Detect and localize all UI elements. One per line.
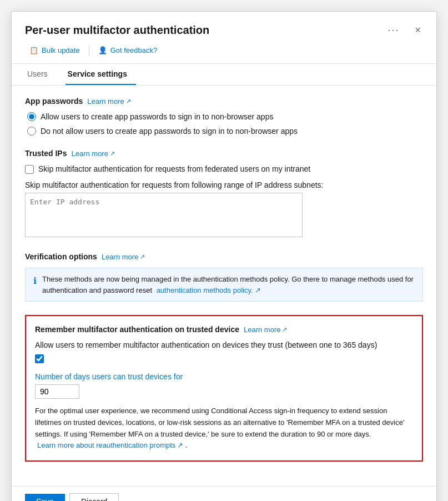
app-passwords-learn-more[interactable]: Learn more ↗ [87, 97, 130, 106]
remember-mfa-title: Remember multifactor authentication on t… [35, 325, 413, 334]
verification-options-learn-more[interactable]: Learn more ↗ [102, 253, 145, 261]
bulk-update-icon: 📋 [29, 46, 38, 54]
discard-button[interactable]: Discard [69, 493, 119, 501]
modal-footer: Save Discard [12, 486, 436, 501]
bulk-update-button[interactable]: 📋 Bulk update [25, 44, 84, 57]
auth-policy-ext-icon: ↗ [255, 285, 261, 296]
ip-address-input[interactable] [25, 193, 303, 237]
trusted-ips-section: Trusted IPs Learn more ↗ Skip multifacto… [25, 149, 423, 239]
close-button[interactable]: × [412, 23, 423, 37]
allow-remember-option[interactable] [35, 354, 413, 363]
allow-app-passwords-radio[interactable] [27, 112, 36, 121]
feedback-label: Got feedback? [110, 46, 158, 54]
auth-methods-policy-link[interactable]: authentication methods policy. ↗ [157, 285, 261, 296]
allow-app-passwords-option[interactable]: Allow users to create app passwords to s… [27, 112, 423, 121]
tabs: Users Service settings [12, 64, 436, 86]
remember-mfa-section: Remember multifactor authentication on t… [25, 315, 423, 462]
skip-federated-option[interactable]: Skip multifactor authentication for requ… [25, 164, 423, 174]
more-options-icon[interactable]: ··· [387, 24, 399, 36]
tab-service-settings[interactable]: Service settings [66, 64, 136, 85]
days-input[interactable] [35, 384, 79, 399]
app-passwords-title: App passwords Learn more ↗ [25, 97, 423, 106]
trusted-ips-learn-more[interactable]: Learn more ↗ [71, 149, 114, 158]
allow-remember-label: Allow users to remember multifactor auth… [35, 340, 413, 349]
app-passwords-options: Allow users to create app passwords to s… [27, 112, 423, 136]
feedback-icon: 👤 [98, 46, 107, 54]
skip-federated-checkbox[interactable] [25, 165, 34, 174]
verification-ext-icon: ↗ [140, 253, 145, 260]
deny-app-passwords-radio[interactable] [27, 127, 36, 136]
app-passwords-section: App passwords Learn more ↗ Allow users t… [25, 97, 423, 136]
remember-mfa-ext-icon: ↗ [282, 326, 287, 333]
trusted-ips-ext-icon: ↗ [110, 150, 115, 157]
remember-mfa-learn-more[interactable]: Learn more ↗ [244, 325, 287, 334]
modal-title: Per-user multifactor authentication [25, 24, 387, 37]
verification-info-box: ℹ These methods are now being managed in… [25, 268, 423, 302]
tab-users[interactable]: Users [25, 64, 57, 85]
learn-more-ext-icon: ↗ [126, 98, 131, 105]
header-actions: ··· × [387, 23, 423, 37]
bulk-update-label: Bulk update [42, 46, 80, 54]
verification-options-title: Verification options Learn more ↗ [25, 252, 423, 261]
modal: Per-user multifactor authentication ··· … [11, 11, 437, 501]
info-circle-icon: ℹ [33, 274, 37, 288]
allow-remember-checkbox[interactable] [35, 354, 44, 363]
reauth-prompts-link[interactable]: Learn more about reauthentication prompt… [37, 440, 183, 452]
remember-mfa-description: For the optimal user experience, we reco… [35, 405, 413, 452]
toolbar: 📋 Bulk update 👤 Got feedback? [12, 37, 436, 64]
modal-header: Per-user multifactor authentication ··· … [12, 12, 436, 37]
reauth-ext-icon: ↗ [177, 440, 183, 452]
trusted-ips-title: Trusted IPs Learn more ↗ [25, 149, 423, 158]
toolbar-separator [89, 45, 89, 56]
deny-app-passwords-option[interactable]: Do not allow users to create app passwor… [27, 127, 423, 136]
verification-options-section: Verification options Learn more ↗ ℹ Thes… [25, 252, 423, 302]
feedback-button[interactable]: 👤 Got feedback? [94, 44, 162, 57]
save-button[interactable]: Save [25, 494, 65, 501]
skip-ip-label: Skip multifactor authentication for requ… [25, 181, 423, 189]
days-label: Number of days users can trust devices f… [35, 372, 413, 381]
content-area: App passwords Learn more ↗ Allow users t… [12, 86, 436, 486]
